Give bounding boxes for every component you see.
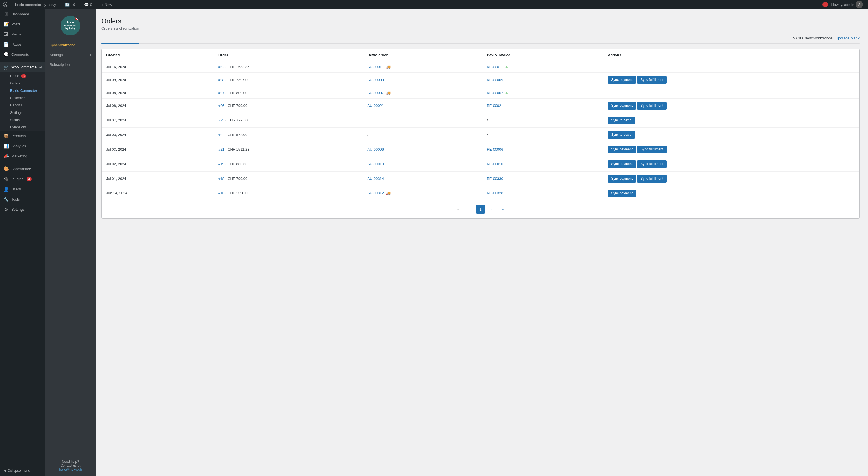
howdy-menu[interactable]: Howdy, admin A [829, 0, 865, 9]
sidebar-item-analytics[interactable]: 📊 Analytics [0, 141, 45, 151]
order-link[interactable]: #24 [218, 133, 224, 137]
bexio-order-link[interactable]: AU-00010 [367, 162, 384, 166]
sidebar-item-woocommerce[interactable]: 🛒 WooCommerce ◀ [0, 62, 45, 72]
avatar: A [856, 1, 863, 8]
bexio-invoice-link[interactable]: RE-00011 [487, 65, 503, 69]
swiss-flag-icon: 🇨🇭 [75, 16, 80, 21]
comments-link[interactable]: 💬 0 [82, 0, 94, 9]
new-content-button[interactable]: + New [99, 0, 114, 9]
sync-payment-button[interactable]: Sync payment [608, 175, 636, 183]
sync-to-bexio-button[interactable]: Sync to bexio [608, 131, 635, 138]
order-link[interactable]: #16 [218, 191, 224, 195]
bexio-order-link[interactable]: AU-00314 [367, 177, 384, 181]
woo-sub-item-status[interactable]: Status [0, 116, 45, 124]
layout: ⊞ Dashboard 📝 Posts 🖼 Media 📄 Pages 💬 Co… [0, 9, 868, 476]
page-subtitle: Orders synchronization [101, 26, 860, 30]
order-link[interactable]: #27 [218, 91, 224, 95]
table-row: Jul 03, 2024#21 - CHF 1511.23AU-00006RE-… [102, 142, 859, 157]
sync-payment-button[interactable]: Sync payment [608, 146, 636, 153]
bexio-invoice-link[interactable]: RE-00009 [487, 78, 503, 82]
col-order: Order [214, 49, 363, 61]
order-link[interactable]: #18 [218, 177, 224, 181]
order-link[interactable]: #28 [218, 78, 224, 82]
sub-nav-synchronization[interactable]: Synchronization [45, 40, 96, 50]
woo-sub-item-orders[interactable]: Orders [0, 80, 45, 87]
order-link[interactable]: #25 [218, 118, 224, 122]
bexio-order-link[interactable]: AU-00007 [367, 91, 384, 95]
collapse-menu-button[interactable]: ◀ Collapse menu [0, 465, 45, 476]
bexio-invoice-link[interactable]: RE-00021 [487, 104, 503, 108]
bexio-invoice-link[interactable]: RE-00010 [487, 162, 503, 166]
page-title: Orders [101, 18, 860, 25]
bexio-invoice-link[interactable]: RE-00330 [487, 177, 503, 181]
bexio-invoice-link[interactable]: RE-00328 [487, 191, 503, 195]
cell-bexio-invoice: RE-00330 [482, 171, 603, 186]
bexio-invoice-link[interactable]: RE-00006 [487, 147, 503, 152]
sidebar-item-tools[interactable]: 🔧 Tools [0, 194, 45, 204]
sidebar-item-plugins[interactable]: 🔌 Plugins 3 [0, 174, 45, 184]
woo-sub-item-settings[interactable]: Settings [0, 109, 45, 116]
sidebar-item-pages[interactable]: 📄 Pages [0, 39, 45, 50]
order-link[interactable]: #26 [218, 104, 224, 108]
sync-payment-button[interactable]: Sync payment [608, 160, 636, 168]
order-link[interactable]: #32 [218, 65, 224, 69]
sidebar-item-comments[interactable]: 💬 Comments [0, 50, 45, 60]
bexio-order-link[interactable]: AU-00006 [367, 147, 384, 152]
sidebar-item-posts[interactable]: 📝 Posts [0, 19, 45, 29]
bexio-order-link[interactable]: AU-00021 [367, 104, 384, 108]
cell-order: #16 - CHF 1598.00 [214, 186, 363, 200]
bexio-order-link[interactable]: AU-00011 [367, 65, 384, 69]
cell-actions: Sync to bexio [603, 128, 859, 142]
pagination-last[interactable]: » [498, 205, 507, 214]
pagination-page-1[interactable]: 1 [476, 205, 485, 214]
sync-fulfillment-button[interactable]: Sync fulfillment [637, 175, 666, 183]
pagination-next[interactable]: › [487, 205, 496, 214]
sidebar-item-settings[interactable]: ⚙ Settings [0, 204, 45, 215]
cell-order: #19 - CHF 885.33 [214, 157, 363, 171]
updates-link[interactable]: 🔄 19 [63, 0, 77, 9]
bexio-order-link[interactable]: AU-00312 [367, 191, 384, 195]
woo-sub-item-customers[interactable]: Customers [0, 94, 45, 102]
sync-fulfillment-button[interactable]: Sync fulfillment [637, 102, 666, 109]
woo-sub-item-home[interactable]: Home 3 [0, 72, 45, 80]
sub-nav-settings[interactable]: Settings › [45, 50, 96, 60]
order-link[interactable]: #19 [218, 162, 224, 166]
sidebar-item-marketing[interactable]: 📣 Marketing [0, 151, 45, 161]
upgrade-plan-link[interactable]: Upgrade plan? [836, 36, 860, 40]
cell-bexio-invoice: RE-00006 [482, 142, 603, 157]
sidebar-item-media[interactable]: 🖼 Media [0, 29, 45, 39]
sync-fulfillment-button[interactable]: Sync fulfillment [637, 160, 666, 168]
cell-bexio-invoice: / [482, 113, 603, 128]
pagination-first[interactable]: « [454, 205, 462, 214]
sync-payment-button[interactable]: Sync payment [608, 76, 636, 84]
pagination-prev[interactable]: ‹ [465, 205, 474, 214]
settings-icon: ⚙ [3, 207, 9, 212]
cell-bexio-invoice: RE-00011 $ [482, 61, 603, 73]
wordpress-logo[interactable] [3, 2, 8, 7]
pagination: « ‹ 1 › » [102, 200, 859, 218]
table-row: Jul 09, 2024#28 - CHF 2397.00AU-00009RE-… [102, 73, 859, 87]
sync-payment-button[interactable]: Sync payment [608, 102, 636, 109]
site-name[interactable]: bexio-connector-by-helvy [13, 0, 58, 9]
pages-icon: 📄 [3, 42, 9, 47]
sub-nav-subscription[interactable]: Subscription [45, 60, 96, 70]
woo-sub-item-extensions[interactable]: Extensions [0, 124, 45, 131]
sync-fulfillment-button[interactable]: Sync fulfillment [637, 76, 666, 84]
bexio-invoice-link[interactable]: RE-00007 [487, 91, 503, 95]
woo-sub-item-bexio-connector[interactable]: Bexio Connector [0, 87, 45, 94]
order-link[interactable]: #21 [218, 147, 224, 152]
bexio-order-link[interactable]: AU-00009 [367, 78, 384, 82]
sidebar-item-appearance[interactable]: 🎨 Appearance [0, 164, 45, 174]
update-notification-icon[interactable]: ! [823, 2, 828, 7]
sync-to-bexio-button[interactable]: Sync to bexio [608, 117, 635, 124]
sync-fulfillment-button[interactable]: Sync fulfillment [637, 146, 666, 153]
admin-bar-right: ! Howdy, admin A [823, 0, 865, 9]
sidebar-item-dashboard[interactable]: ⊞ Dashboard [0, 9, 45, 19]
col-bexio-order: Bexio order [363, 49, 482, 61]
plugin-sidebar: bexioconnectorby helvy 🇨🇭 Synchronizatio… [45, 9, 96, 476]
sync-payment-button[interactable]: Sync payment [608, 190, 636, 197]
woo-sub-item-reports[interactable]: Reports [0, 102, 45, 109]
sidebar-item-products[interactable]: 📦 Products [0, 131, 45, 141]
sidebar-item-users[interactable]: 👤 Users [0, 184, 45, 194]
help-email-link[interactable]: hello@helvy.ch [59, 468, 82, 472]
